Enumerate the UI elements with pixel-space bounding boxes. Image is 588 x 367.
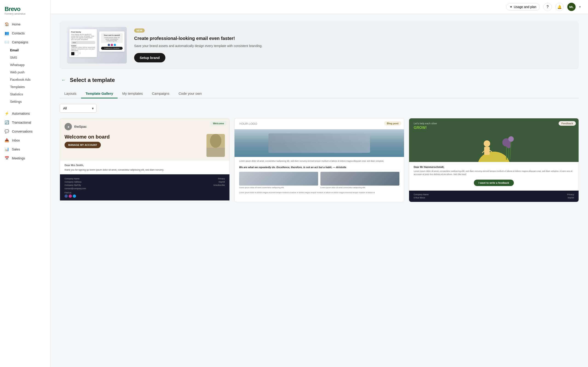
tab-code-own[interactable]: Code your own [174,89,206,98]
notifications-button[interactable]: 🔔 [555,3,564,11]
tab-my-templates[interactable]: My templates [118,89,147,98]
tmpl-footer-social-label: Find us [65,192,225,194]
sidebar-item-contacts[interactable]: 👥 Contacts [0,29,50,38]
sidebar-item-transactional[interactable]: 🔄 Transactional [0,118,50,127]
sidebar-item-transactional-label: Transactional [12,121,31,124]
sidebar-item-campaigns-label: Campaigns [12,40,28,44]
help-button[interactable]: ? [544,3,552,11]
banner-card-font: Font family Font family will be applied … [69,29,97,57]
template-card-feedback[interactable]: Feedback Let's help each other GROW! [409,118,579,202]
template-badge-welcome: Welcome [210,121,227,126]
tmpl-welcome-footer: Company Name Company Address Company Zip… [60,174,229,201]
setup-brand-button[interactable]: Setup brand [134,53,165,62]
banner-illustration: Font family Font family will be applied … [67,27,127,64]
sidebar-sub-webpush[interactable]: Web push [0,69,50,76]
tmpl-logo-text: theSpac [74,125,86,128]
tmpl-welcome-header: ◑ theSpac [60,118,229,130]
sidebar-item-home-label: Home [12,23,20,26]
sidebar-item-sales[interactable]: 📊 Sales [0,145,50,154]
sidebar-item-home[interactable]: 🏠 Home [0,20,50,29]
category-filter[interactable]: All Welcome Blog post Feedback Newslette… [60,104,96,113]
inbox-icon: 📥 [5,138,9,142]
sidebar-sub-sms[interactable]: SMS [0,54,50,61]
select-template-header: ← Select a template [60,76,579,84]
tmpl-logo-circle: ◑ [65,123,72,130]
sidebar-item-conversations-label: Conversations [12,130,33,133]
page-title: Select a template [70,77,115,83]
sidebar-item-contacts-label: Contacts [12,31,25,35]
tmpl-feedback-footer-col1: Company Name 5 Rue Bleue [414,193,429,200]
tmpl-blog-hero [234,129,404,157]
tmpl-footer-col1: Company Name Company Address Company Zip… [65,177,86,190]
sidebar-sub-templates[interactable]: Templates [0,83,50,91]
transactional-icon: 🔄 [5,120,9,125]
tmpl-blog-cell-1: Lorem ipsum dolor sit amet consectetur s… [239,172,318,189]
svg-line-11 [508,148,509,160]
banner-card-cart: Your cart is saved! Lorem ipsum dolor si… [99,31,124,52]
help-icon: ? [547,5,549,9]
template-badge-feedback: Feedback [559,121,576,126]
sidebar-logo: Brevo Formerly sendinblue [0,4,50,20]
tmpl-blog-cell-2: Lorem ipsum dolor sit amet consectetur s… [320,172,399,189]
usage-plan-button[interactable]: ✦ Usage and plan [506,3,540,10]
template-card-blog[interactable]: Blog post YOUR LOGO Lorem ipsum dolor si… [234,118,404,202]
sidebar-sub-email[interactable]: Email [0,47,50,54]
tmpl-footer-col2: Privacy Imprint Unsubscribe [213,177,225,190]
sidebar-item-inbox[interactable]: 📥 Inbox [0,136,50,145]
user-avatar[interactable]: ML [567,3,576,11]
chevron-down-icon[interactable]: ▾ [579,5,581,8]
tmpl-feedback-header: Let's help each other GROW! [409,118,579,130]
filter-row: All Welcome Blog post Feedback Newslette… [60,104,579,113]
bell-icon: 🔔 [557,5,562,9]
sidebar-sub-facebookads[interactable]: Facebook Ads [0,76,50,83]
sidebar-item-meetings-label: Meetings [12,156,25,160]
sidebar-item-meetings[interactable]: 📅 Meetings [0,154,50,163]
tmpl-blog-body-text: Lorem ipsum dolor sit amet, consectetur … [234,157,404,166]
brand-formerly: Formerly sendinblue [5,13,46,15]
tmpl-welcome-body: Dear Mrs Smith, thank you for signing up… [60,161,229,174]
usage-plan-label: Usage and plan [514,5,536,9]
templates-grid: Welcome ◑ theSpac Welcome on board MANAG… [60,118,579,202]
tab-campaigns[interactable]: Campaigns [147,89,174,98]
contacts-icon: 👥 [5,31,9,35]
tmpl-welcome-title: Welcome on board [65,134,204,140]
tab-gallery[interactable]: Template Gallery [81,89,118,98]
tmpl-feedback-headline2: GROW! [414,126,574,130]
sidebar-item-sales-label: Sales [12,148,20,151]
new-badge: NEW [134,28,145,33]
sales-icon: 📊 [5,147,9,151]
template-tabs: Layouts Template Gallery My templates Ca… [60,89,579,98]
tmpl-feedback-footer-col2: Privacy Imprint [567,193,574,200]
sidebar-item-automations[interactable]: ⚡ Automations [0,109,50,118]
tmpl-feedback-illustration [409,130,579,162]
home-icon: 🏠 [5,22,9,26]
tab-layouts[interactable]: Layouts [60,89,81,98]
banner-title: Create professional-looking email even f… [134,35,571,41]
template-badge-blog: Blog post [384,121,401,126]
tmpl-greeting: Dear Mrs Smith, [65,163,225,167]
sidebar-sub-settings[interactable]: Settings [0,98,50,105]
tmpl-feedback-cta-area: I want to write a feedback [409,180,579,191]
automations-icon: ⚡ [5,111,9,116]
tmpl-welcome-hero: Welcome on board MANAGE MY ACCOUNT [60,130,229,161]
tmpl-logo-icon: ◑ [67,125,69,128]
sidebar-sub-whatsapp[interactable]: Whatsapp [0,61,50,69]
tmpl-feedback-footer: Company Name 5 Rue Bleue Privacy Imprint [409,191,579,202]
tmpl-blog-logo: YOUR LOGO [234,118,404,129]
sidebar-item-automations-label: Automations [12,112,30,115]
tmpl-feedback-body-text: Lorem ipsum dolor sit amet, consectetur … [414,170,574,176]
sidebar-item-conversations[interactable]: 💬 Conversations [0,127,50,136]
meetings-icon: 📅 [5,156,9,160]
sidebar-sub-statistics[interactable]: Statistics [0,91,50,98]
avatar-initials: ML [569,5,574,9]
tmpl-manage-button[interactable]: MANAGE MY ACCOUNT [65,142,101,148]
tmpl-feedback-headline1: Let's help each other [414,122,574,125]
sidebar-item-campaigns[interactable]: ✉️ Campaigns [0,38,50,47]
back-button[interactable]: ← [60,76,67,84]
tmpl-feedback-button[interactable]: I want to write a feedback [474,180,514,186]
tmpl-feedback-body: Dear Mr Hammerschmidt, Lorem ipsum dolor… [409,162,579,178]
tmpl-blog-quote: We are what we repeatedly do. Excellence… [234,166,404,172]
template-card-welcome[interactable]: Welcome ◑ theSpac Welcome on board MANAG… [60,118,230,202]
filter-wrapper: All Welcome Blog post Feedback Newslette… [60,104,96,113]
brand-name: Brevo [5,6,46,13]
